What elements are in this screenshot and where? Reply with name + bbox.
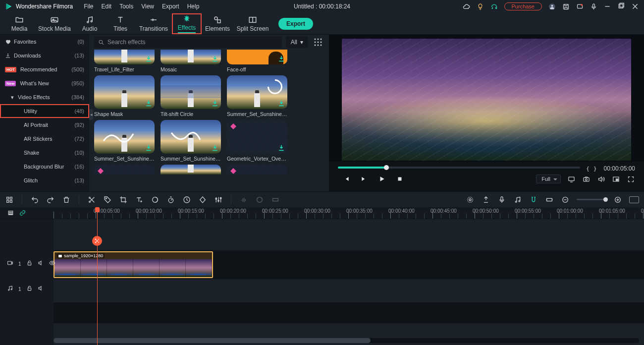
record-vo-icon[interactable] [497, 195, 506, 204]
tab-effects[interactable]: Effects [171, 13, 202, 35]
pip-icon[interactable] [611, 174, 620, 183]
zoom-fit-box[interactable] [629, 196, 639, 203]
undo-button[interactable] [30, 195, 39, 204]
download-icon[interactable] [211, 99, 219, 107]
effect-card[interactable]: Shape Mask [94, 75, 155, 117]
snapshot-icon[interactable] [582, 174, 590, 183]
audio-mixer-icon[interactable] [513, 195, 522, 204]
headset-icon[interactable] [490, 2, 498, 10]
download-icon[interactable] [277, 144, 285, 152]
split-button[interactable] [87, 195, 96, 204]
video-track[interactable]: sample_1920×1280 [54, 251, 644, 279]
zoom-in-button[interactable] [613, 195, 622, 204]
split-at-playhead-icon[interactable] [92, 236, 102, 246]
effect-card[interactable]: Face-off [227, 50, 287, 72]
sidebar-sub-glitch[interactable]: Glitch(13) [0, 173, 89, 187]
next-frame-button[interactable] [360, 174, 369, 183]
mic-upload-icon[interactable] [590, 2, 597, 10]
quality-dropdown[interactable]: Full [536, 174, 561, 183]
sidebar-sub-background-blur[interactable]: Background Blur(16) [0, 160, 89, 173]
preview-viewport[interactable] [329, 35, 644, 162]
avatar-icon[interactable] [548, 2, 556, 10]
lock-icon[interactable] [26, 260, 33, 268]
text-add-icon[interactable] [135, 195, 144, 204]
search-input[interactable]: Search effects [94, 36, 282, 48]
playhead[interactable] [97, 207, 98, 345]
zoom-out-button[interactable] [561, 195, 570, 204]
effect-card[interactable]: Summer_Set_Sunshine_... [227, 75, 287, 117]
sidebar-downloads[interactable]: Downloads(13) [0, 49, 89, 62]
tag-icon[interactable] [103, 195, 112, 204]
purchase-button[interactable]: Purchase [504, 2, 542, 10]
playback-progress[interactable] [338, 167, 580, 169]
tab-split-screen[interactable]: Split Screen [233, 13, 272, 35]
tab-media[interactable]: Media [4, 13, 35, 35]
speed-button[interactable] [166, 195, 175, 204]
redo-button[interactable] [46, 195, 55, 204]
sidebar-sub-ai-portrait[interactable]: AI Portrait(92) [0, 118, 89, 132]
audio-track[interactable] [54, 280, 644, 302]
effect-card[interactable]: Travel_Life_Filter [94, 50, 155, 72]
filter-dropdown[interactable]: All▾ [286, 36, 308, 48]
mute-icon[interactable] [38, 260, 44, 268]
effect-card[interactable] [227, 165, 287, 174]
link-icon[interactable] [19, 210, 26, 217]
sidebar-sub-shake[interactable]: Shake(10) [0, 146, 89, 160]
timeline-scrollbar[interactable] [54, 338, 639, 343]
effect-card[interactable]: Summer_Set_Sunshine_... [161, 120, 221, 162]
sidebar-favorites[interactable]: Favorites(0) [0, 35, 89, 49]
timeline-ruler[interactable]: 00:00:05:0000:00:10:0000:00:15:0000:00:2… [54, 207, 644, 219]
snap-toggle[interactable] [529, 195, 538, 204]
lightbulb-icon[interactable] [477, 2, 484, 10]
monitor-icon[interactable] [567, 174, 576, 183]
tab-transitions[interactable]: Transitions [136, 13, 171, 35]
window-minimize[interactable] [603, 2, 611, 10]
speed-ramp-icon[interactable] [182, 195, 191, 204]
download-icon[interactable] [277, 99, 285, 107]
menu-export[interactable]: Export [158, 3, 183, 10]
export-button[interactable]: Export [278, 18, 313, 30]
fit-icon[interactable] [545, 195, 554, 204]
notification-icon[interactable] [576, 2, 584, 10]
sidebar-sub-utility[interactable]: Utility(48) [0, 104, 89, 118]
sidebar-sub-ar-stickers[interactable]: AR Stickers(72) [0, 132, 89, 146]
stop-button[interactable] [395, 174, 404, 183]
prev-frame-button[interactable] [342, 174, 351, 183]
cloud-icon[interactable] [463, 2, 471, 10]
download-icon[interactable] [145, 55, 153, 62]
delete-button[interactable] [62, 195, 71, 204]
effect-card[interactable]: Geometric_Vortex_Overl... [227, 120, 287, 162]
sidebar-recommended[interactable]: HOTRecommended(500) [0, 62, 89, 76]
mark-out[interactable]: } [593, 166, 598, 172]
menu-tools[interactable]: Tools [115, 3, 137, 10]
download-icon[interactable] [211, 55, 219, 62]
effect-card[interactable]: Tilt-shift Circle [161, 75, 221, 117]
fullscreen-icon[interactable] [626, 174, 635, 183]
marker-icon[interactable] [482, 195, 490, 204]
tool-grid-icon[interactable] [5, 195, 14, 204]
tab-elements[interactable]: Elements [202, 13, 233, 35]
mark-in[interactable]: { [586, 166, 590, 172]
keyframe-icon[interactable] [198, 195, 207, 204]
adjustment-icon[interactable] [214, 195, 223, 204]
window-maximize[interactable] [617, 2, 625, 10]
tab-titles[interactable]: Titles [105, 13, 136, 35]
lock-icon[interactable] [26, 285, 33, 293]
color-icon[interactable] [151, 195, 160, 204]
tab-stock-media[interactable]: Stock Media [35, 13, 74, 35]
play-button[interactable] [377, 174, 386, 183]
mute-icon[interactable] [38, 285, 44, 293]
save-icon[interactable] [562, 2, 570, 10]
download-icon[interactable] [277, 55, 285, 62]
download-icon[interactable] [211, 144, 219, 152]
crop-button[interactable] [119, 195, 128, 204]
menu-edit[interactable]: Edit [98, 3, 116, 10]
panel-collapse-handle[interactable] [89, 109, 93, 120]
target-icon[interactable] [466, 195, 475, 204]
effect-card[interactable] [94, 165, 155, 174]
download-icon[interactable] [145, 144, 153, 152]
volume-icon[interactable] [596, 174, 605, 183]
effect-card[interactable] [161, 165, 221, 174]
menu-view[interactable]: View [137, 3, 158, 10]
window-close[interactable] [631, 2, 639, 10]
